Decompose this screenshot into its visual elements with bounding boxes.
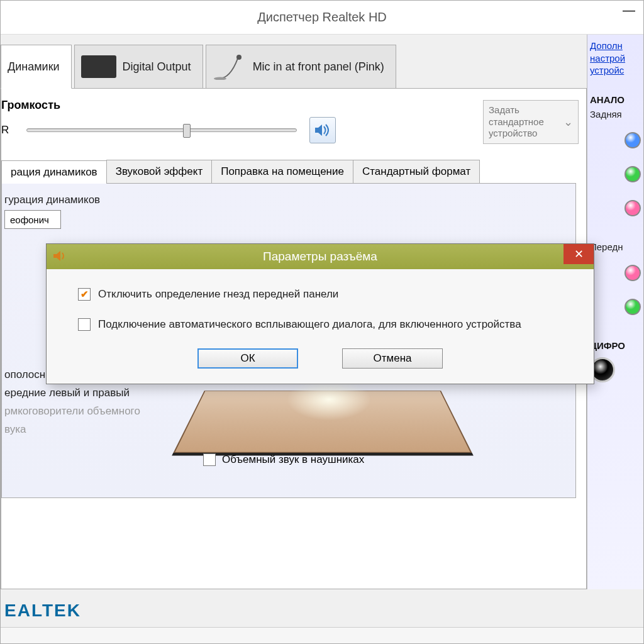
opt-surround-label: рмкоговорители объемного вука bbox=[4, 402, 152, 439]
disable-front-detect-label: Отключить определение гнезд передней пан… bbox=[98, 288, 338, 301]
analog-header: АНАЛО bbox=[590, 94, 641, 105]
jack-green[interactable] bbox=[625, 166, 641, 182]
headphone-surround-label: Объемный звук в наушниках bbox=[222, 453, 364, 466]
dialog-close-button[interactable]: ✕ bbox=[564, 244, 594, 264]
jack-front-pink[interactable] bbox=[625, 265, 641, 281]
tab-speakers[interactable]: Динамики bbox=[1, 45, 72, 89]
titlebar: Диспетчер Realtek HD ― bbox=[1, 1, 643, 35]
dropdown-partial-text: еофонич bbox=[10, 214, 49, 225]
subtab-speaker-config[interactable]: рация динамиков bbox=[1, 160, 107, 184]
tab-label: Digital Output bbox=[123, 60, 191, 74]
ok-button[interactable]: ОК bbox=[197, 348, 298, 369]
volume-slider[interactable] bbox=[26, 128, 297, 132]
device-tabs: Динамики Digital Output Mic in at front … bbox=[1, 45, 587, 89]
auto-popup-checkbox[interactable] bbox=[78, 318, 91, 331]
analog-back-label: Задняя bbox=[590, 109, 641, 119]
jack-pink[interactable] bbox=[625, 200, 641, 216]
speaker-sound-icon bbox=[314, 123, 331, 138]
set-default-label: Задать стандартное устройство bbox=[489, 104, 561, 140]
jack-front-green[interactable] bbox=[625, 299, 641, 315]
subtab-default-format[interactable]: Стандартный формат bbox=[353, 160, 480, 183]
window-title: Диспетчер Realtek HD bbox=[257, 10, 387, 25]
subtab-bar: рация динамиков Звуковой эффект Поправка… bbox=[1, 160, 576, 184]
chevron-down-icon: ⌄ bbox=[564, 115, 573, 130]
channel-label: R bbox=[1, 124, 14, 136]
disable-front-detect-checkbox[interactable] bbox=[78, 288, 91, 301]
window-controls: ― bbox=[614, 1, 643, 19]
config-header: гурация динамиков bbox=[4, 194, 568, 206]
tab-label: Динамики bbox=[8, 60, 60, 74]
cancel-button[interactable]: Отмена bbox=[342, 348, 443, 369]
auto-popup-label: Подключение автоматического всплывающего… bbox=[98, 318, 521, 331]
svg-point-0 bbox=[236, 55, 242, 60]
slider-thumb[interactable] bbox=[183, 124, 191, 138]
digital-device-icon bbox=[81, 55, 116, 78]
speaker-config-dropdown[interactable]: еофонич bbox=[4, 210, 61, 229]
tab-label: Mic in at front panel (Pink) bbox=[253, 60, 384, 74]
subtab-label: Стандартный формат bbox=[362, 165, 470, 177]
minimize-button[interactable]: ― bbox=[614, 1, 643, 19]
mute-button[interactable] bbox=[309, 117, 336, 143]
dialog-title: Параметры разъёма bbox=[263, 250, 377, 264]
realtek-logo: EALTEK bbox=[4, 601, 81, 621]
tab-mic-front[interactable]: Mic in at front panel (Pink) bbox=[206, 45, 396, 89]
analog-front-label: Передн bbox=[590, 242, 641, 252]
device-advanced-settings-link[interactable]: Дополн настрой устройс bbox=[590, 40, 641, 77]
speaker-small-icon bbox=[52, 248, 68, 264]
tab-digital-output[interactable]: Digital Output bbox=[74, 45, 203, 89]
headphone-surround-row: Объемный звук в наушниках bbox=[203, 453, 364, 466]
subtab-label: Поправка на помещение bbox=[221, 165, 344, 177]
headphone-surround-checkbox[interactable] bbox=[203, 453, 216, 466]
subtab-room-correction[interactable]: Поправка на помещение bbox=[211, 160, 353, 183]
microphone-icon bbox=[213, 53, 247, 80]
dialog-titlebar: Параметры разъёма ✕ bbox=[47, 244, 594, 269]
app-window: Диспетчер Realtek HD ― Динамики Digital … bbox=[0, 0, 644, 644]
subtab-label: рация динамиков bbox=[11, 166, 97, 178]
status-bar bbox=[1, 627, 643, 643]
jack-blue[interactable] bbox=[625, 132, 641, 148]
subtab-sound-effect[interactable]: Звуковой эффект bbox=[106, 160, 213, 183]
sidebar-right: Дополн настрой устройс АНАЛО Задняя Пере… bbox=[587, 35, 643, 589]
digital-header: ЦИФРО bbox=[590, 340, 641, 351]
opt-front-label: ередние левый и правый bbox=[4, 384, 152, 402]
connector-settings-dialog: Параметры разъёма ✕ Отключить определени… bbox=[46, 243, 594, 384]
set-default-device-button[interactable]: Задать стандартное устройство ⌄ bbox=[483, 100, 579, 144]
subtab-label: Звуковой эффект bbox=[116, 165, 203, 177]
